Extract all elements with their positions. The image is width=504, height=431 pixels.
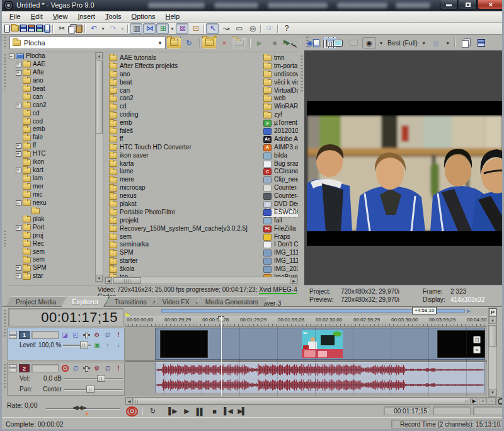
audio-track-header[interactable]: 2 ∅ ⚙ ∅ ! Vol: 0,0 dB Pan: Center: [7, 362, 125, 396]
video-track-header[interactable]: 1 ◪ ◰ ⚙ ∅ ! Level: 100,0 % ▣ ↑ ↓: [7, 328, 125, 360]
expand-icon[interactable]: [16, 225, 21, 231]
file-item[interactable]: AAE tutorials: [109, 54, 262, 62]
expand-icon[interactable]: [16, 176, 21, 181]
selection-edit-tool-button[interactable]: ▭: [232, 23, 245, 34]
expand-icon[interactable]: [16, 70, 21, 76]
timeline-tracks[interactable]: se ⊡ ≈: [125, 327, 487, 396]
redo-dropdown[interactable]: [120, 23, 125, 34]
video-event[interactable]: se ⊡ ≈: [155, 328, 485, 360]
loop-playback-button[interactable]: ↻: [146, 406, 158, 417]
expand-icon[interactable]: [16, 78, 21, 84]
expand-icon[interactable]: [16, 159, 21, 165]
make-child-icon[interactable]: ↓: [114, 341, 123, 349]
expand-icon[interactable]: [16, 257, 21, 263]
file-item[interactable]: C CCleane: [263, 168, 298, 176]
level-value[interactable]: 100,0 %: [38, 342, 62, 348]
track-minimize-buttons[interactable]: [9, 331, 17, 339]
event-pan-crop-button[interactable]: ⊡: [473, 336, 481, 343]
pan-value[interactable]: Center: [38, 386, 62, 393]
expand-icon[interactable]: [16, 135, 21, 141]
close-button[interactable]: ×: [478, 0, 504, 9]
file-item[interactable]: HTC Touch HD Converter: [109, 144, 262, 152]
file-item[interactable]: Counter-: [263, 184, 298, 192]
solo-icon[interactable]: !: [114, 364, 123, 372]
external-monitor-button[interactable]: [346, 37, 360, 49]
menu-file[interactable]: File: [4, 11, 26, 22]
scrollbar-thumb[interactable]: [489, 325, 496, 347]
grid-dropdown[interactable]: [445, 37, 451, 49]
scroll-left-icon[interactable]: ◀: [105, 277, 112, 284]
menu-options[interactable]: Options: [127, 11, 161, 22]
file-item[interactable]: 2012010: [263, 127, 298, 135]
cursor-time-box[interactable]: 00:01:17;15: [384, 406, 430, 415]
enable-snapping-button[interactable]: ▥: [130, 23, 142, 34]
expand-icon[interactable]: [16, 111, 21, 117]
file-item[interactable]: emb: [109, 119, 262, 127]
expand-icon[interactable]: [16, 118, 21, 124]
title-bar[interactable]: Untitled * - Vegas Pro 9.0 ×: [0, 0, 504, 11]
file-item[interactable]: bilda: [263, 152, 298, 160]
panel-splitter[interactable]: [301, 55, 303, 92]
dock-grip[interactable]: [4, 37, 6, 49]
refresh-button[interactable]: ↻: [182, 37, 196, 49]
tree-item[interactable]: cd: [8, 110, 95, 118]
expand-icon[interactable]: [16, 192, 21, 198]
file-item[interactable]: Fraps: [263, 233, 298, 241]
expand-icon[interactable]: [16, 249, 21, 255]
automation-settings-icon[interactable]: [82, 331, 91, 339]
file-item[interactable]: VirtualDu: [263, 87, 298, 95]
scrollbar-thumb[interactable]: [113, 277, 141, 284]
menu-help[interactable]: Help: [161, 11, 185, 22]
track-fx-icon[interactable]: ⚙: [93, 364, 101, 372]
preview-quality-label[interactable]: Best (Full): [386, 39, 419, 47]
audio-event[interactable]: [155, 362, 485, 393]
project-video-properties-button[interactable]: [309, 37, 323, 49]
file-item[interactable]: IMG_111: [263, 249, 298, 257]
zoom-in-time-button[interactable]: +: [479, 398, 487, 405]
tab-explorer[interactable]: Explorer: [62, 296, 109, 307]
file-item[interactable]: lame: [109, 168, 262, 176]
scroll-down-icon[interactable]: ▼: [96, 275, 103, 282]
tree-item[interactable]: AAE: [8, 60, 95, 69]
file-item[interactable]: coding: [109, 111, 262, 119]
play-from-start-button[interactable]: ▌▶: [166, 406, 178, 417]
track-number[interactable]: 2: [19, 364, 30, 372]
quantize-to-frames-button[interactable]: ⊞: [156, 23, 169, 34]
marker-bar[interactable]: ▶ +4:58;10: [125, 307, 487, 316]
file-list-hscrollbar[interactable]: ◀ ▶: [105, 277, 298, 284]
maximize-button[interactable]: [459, 0, 477, 9]
expand-icon[interactable]: [16, 265, 21, 271]
interactive-tutorials-button[interactable]: ☞: [263, 23, 275, 34]
file-item[interactable]: Portable PhotoFiltre: [109, 209, 262, 217]
tree-item[interactable]: proj: [8, 232, 95, 240]
scrollbar-thumb[interactable]: [134, 398, 469, 405]
play-button[interactable]: ▶: [180, 406, 192, 417]
scroll-right-icon[interactable]: ▶: [290, 277, 297, 284]
expand-icon[interactable]: [16, 62, 21, 67]
lock-envelopes-button[interactable]: ⊠: [176, 23, 188, 34]
tree-item[interactable]: Port: [8, 224, 95, 232]
playhead[interactable]: [221, 316, 222, 396]
file-item[interactable]: ♪ I Don't C: [263, 241, 298, 249]
paste-button[interactable]: [76, 25, 83, 33]
file-item[interactable]: beat: [109, 79, 262, 87]
tree-item[interactable]: ano: [8, 77, 95, 85]
undo-button[interactable]: ↶: [87, 23, 100, 34]
tree-item[interactable]: mic: [8, 191, 95, 199]
vol-value[interactable]: 0,0 dB: [38, 375, 62, 382]
expand-icon[interactable]: [16, 184, 21, 190]
file-item[interactable]: karta: [109, 160, 262, 168]
tree-item[interactable]: [8, 207, 95, 216]
file-item[interactable]: undiscov: [263, 71, 298, 79]
menu-view[interactable]: View: [48, 11, 73, 22]
vscroll-top-button[interactable]: P: [489, 308, 496, 316]
dock-grip[interactable]: [4, 310, 6, 336]
tree-scrollbar[interactable]: ▲ ▼: [95, 52, 103, 282]
file-item[interactable]: Recovery_150M_system_5M_cache[v3.0.2.5]: [109, 225, 262, 233]
selection-start-box[interactable]: [433, 406, 471, 415]
tree-item[interactable]: can2: [8, 101, 95, 110]
tree-item[interactable]: HTC: [8, 150, 95, 158]
auto-preview-button[interactable]: [283, 37, 297, 49]
save-button[interactable]: [20, 25, 27, 32]
dock-grip[interactable]: [4, 231, 6, 247]
